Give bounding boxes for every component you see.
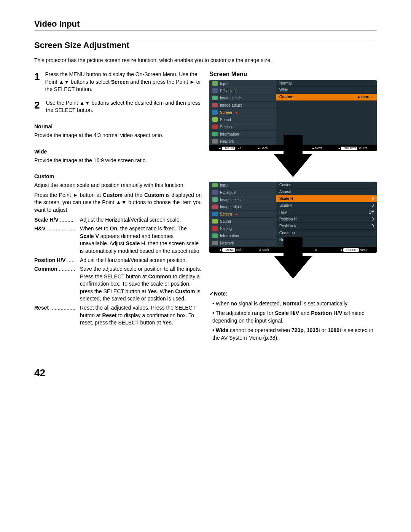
menu-item: Screen◄ <box>209 109 276 116</box>
definition-row: Reset .................Reset the all adj… <box>34 304 202 327</box>
normal-text: Provide the image at the 4:3 normal vide… <box>34 132 202 139</box>
menu-icon <box>212 96 218 100</box>
menu-icon <box>212 125 218 129</box>
submenu-label: Position V <box>279 224 296 228</box>
menu-icon <box>212 117 218 122</box>
menu-icon <box>212 241 218 245</box>
menu-item: Setting <box>209 123 276 131</box>
menu-label: Screen <box>220 212 232 216</box>
submenu-label: Scale V <box>279 203 292 208</box>
wide-text: Provide the image at the 16:9 wide scree… <box>34 157 202 165</box>
submenu-value: 0 <box>371 224 374 228</box>
menu-label: Image select <box>220 96 242 100</box>
step-text: Press the MENU button to display the On-… <box>45 71 202 93</box>
definition-term: Reset ................. <box>34 304 80 327</box>
definition-term: H&V ................... <box>34 225 80 255</box>
definitions-list: Scale H/V .........Adjust the Horizontal… <box>34 216 202 327</box>
footer-hint: Back <box>259 248 269 252</box>
submenu-value: Off <box>369 210 374 214</box>
menu-label: Setting <box>220 227 232 231</box>
menu-label: Network <box>220 139 234 144</box>
menu-item: Information <box>209 131 276 138</box>
footer-hint: Back <box>258 146 268 150</box>
submenu-item: Normal <box>276 80 377 87</box>
submenu-label: Scale H <box>279 197 293 201</box>
submenu-item: Position V0 <box>276 223 377 230</box>
submenu-label: Position H <box>279 217 297 221</box>
note-item: The adjustable range for Scale H/V and P… <box>212 310 377 324</box>
note-item: Wide cannot be operated when 720p, 1035i… <box>212 327 377 342</box>
submenu-value: 0 <box>371 203 374 208</box>
more-indicator: ▸ more... <box>358 95 374 99</box>
menu-label: Setting <box>220 125 232 129</box>
menu-item: Input <box>209 80 276 87</box>
menu-item: Image adjust <box>209 203 276 211</box>
menu-item: Network <box>209 240 276 247</box>
page-number: 42 <box>34 367 377 379</box>
menu-label: Information <box>220 132 239 136</box>
page-title: Screen Size Adjustment <box>34 40 377 50</box>
submenu-item: Scale H0 <box>276 195 377 202</box>
submenu-label: Common <box>279 231 295 235</box>
normal-heading: Normal <box>34 123 202 129</box>
submenu-item: Wide <box>276 87 377 94</box>
footer-hint: Next <box>312 146 322 150</box>
menu-icon <box>212 139 218 144</box>
definition-row: Position H/V .....Adjust the Horizontal/… <box>34 257 202 264</box>
definition-term: Common ........... <box>34 265 80 303</box>
menu-icon <box>212 132 218 136</box>
submenu-label: Normal <box>279 81 292 85</box>
footer-hint: ----- <box>315 248 323 252</box>
menu-icon <box>212 183 218 187</box>
menu-item: Image select <box>209 196 276 203</box>
intro-text: This projector has the picture screen re… <box>34 57 377 63</box>
submenu-label: Wide <box>279 88 288 92</box>
menu-item: Setting <box>209 225 276 232</box>
menu-item: PC adjust <box>209 87 276 94</box>
menu-label: Image adjust <box>220 103 242 107</box>
selection-arrow-icon: ◄ <box>234 212 238 216</box>
menu-item: PC adjust <box>209 189 276 196</box>
menu-icon <box>212 226 218 231</box>
custom-p1: Adjust the screen scale and position man… <box>34 182 202 189</box>
menu-icon <box>212 110 218 115</box>
menu-label: Input <box>220 183 228 187</box>
selection-arrow-icon: ◄ <box>234 110 238 115</box>
submenu-label: H&V <box>279 210 287 214</box>
definition-desc: Reset the all adjusted values. Press the… <box>80 304 202 327</box>
page-header: Video Input <box>34 19 377 31</box>
menu-label: Image adjust <box>220 205 242 209</box>
step-number: 1 <box>34 71 40 93</box>
submenu-label: Custom <box>279 183 292 187</box>
step: 2Use the Point ▲▼ buttons select the des… <box>34 99 202 114</box>
submenu-item: Custom▸ more... <box>276 94 377 101</box>
menu-label: Screen <box>220 110 232 115</box>
submenu-item: Position H0 <box>276 216 377 223</box>
menu-icon <box>212 190 218 195</box>
menu-icon <box>212 197 218 202</box>
submenu-item: H&VOff <box>276 209 377 216</box>
menu-label: PC adjust <box>220 190 236 195</box>
footer-hint: SELECTNext <box>340 248 366 252</box>
definition-row: Scale H/V .........Adjust the Horizontal… <box>34 216 202 224</box>
submenu-item: Common <box>276 230 377 236</box>
definition-row: H&V ...................When set to On, t… <box>34 225 202 255</box>
definition-term: Position H/V ..... <box>34 257 80 264</box>
menu-label: Network <box>220 241 234 245</box>
footer-hint: MENUExit <box>219 146 241 150</box>
submenu-item: Custom <box>276 182 377 189</box>
menu-item: Network <box>209 138 276 145</box>
menu-icon <box>212 88 218 93</box>
custom-heading: Custom <box>34 173 202 179</box>
menu-label: Sound <box>220 118 231 122</box>
left-column: 1Press the MENU button to display the On… <box>34 71 202 344</box>
menu-item: Input <box>209 182 276 189</box>
menu-item: Image adjust <box>209 102 276 109</box>
down-arrow-icon <box>274 154 312 177</box>
menu-item: Sound <box>209 116 276 123</box>
submenu-value: 0 <box>371 197 374 201</box>
menu-item: Image select <box>209 94 276 102</box>
menu-label: Information <box>220 234 239 238</box>
definition-desc: Adjust the Horizontal/Vertical screen po… <box>80 257 202 264</box>
custom-p2: Press the Point ► button at Custom and t… <box>34 192 202 214</box>
